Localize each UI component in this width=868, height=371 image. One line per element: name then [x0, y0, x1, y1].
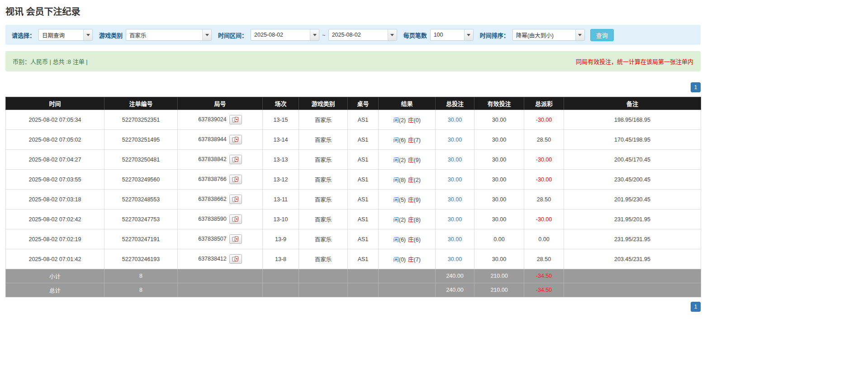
valid-bet-notice: 同局有效投注，统一计算在该局第一张注单内 — [576, 57, 693, 66]
cell-note: 198.95/168.95 — [564, 110, 701, 130]
cell-bet-id: 522703249560 — [104, 170, 178, 190]
cell-session: 13-9 — [263, 229, 299, 249]
cell-round-id: 637838507 — [178, 229, 263, 249]
result-player-count: (6) — [399, 137, 406, 143]
cell-round-id: 637838766 — [178, 170, 263, 190]
date-from-combo[interactable]: 2025-08-02 — [251, 29, 319, 41]
playing-cards-icon — [232, 117, 239, 123]
header-time: 时间 — [6, 97, 104, 110]
view-cards-button[interactable] — [229, 155, 242, 164]
game-type-label: 游戏类别 — [99, 31, 123, 39]
cell-round-id: 637838412 — [178, 249, 263, 269]
total-bet-link[interactable]: 30.00 — [448, 236, 462, 243]
result-banker-count: (9) — [414, 197, 421, 203]
header-session: 场次 — [263, 97, 299, 110]
cell-time: 2025-08-02 07:05:34 — [6, 110, 104, 130]
cell-bet-id: 522703246193 — [104, 249, 178, 269]
grand-total-payout: -34.50 — [524, 283, 564, 297]
cell-bet-id: 522703252351 — [104, 110, 178, 130]
grand-total-count: 8 — [104, 283, 178, 297]
result-banker-label: 庄 — [408, 157, 414, 163]
cell-result: 闲(8)庄(2) — [379, 170, 436, 190]
cell-time: 2025-08-02 07:03:55 — [6, 170, 104, 190]
round-id-text: 637838766 — [198, 176, 227, 182]
total-bet-link[interactable]: 30.00 — [448, 157, 462, 163]
result-banker-count: (8) — [414, 217, 421, 223]
table-row: 2025-08-02 07:02:19 522703247191 6378385… — [6, 229, 701, 249]
cell-valid-bet: 30.00 — [474, 170, 524, 190]
total-bet-link[interactable]: 30.00 — [448, 176, 462, 183]
currency-total-text: 币别：人民币 | 总共 :8 注单 | — [13, 57, 88, 66]
view-cards-button[interactable] — [229, 115, 242, 124]
chevron-down-icon[interactable] — [388, 29, 397, 40]
header-game-type: 游戏类别 — [299, 97, 348, 110]
chevron-down-icon[interactable] — [83, 29, 92, 40]
game-type-combo[interactable]: 百家乐 — [126, 29, 212, 41]
cell-session: 13-12 — [263, 170, 299, 190]
result-banker-count: (7) — [414, 137, 421, 143]
subtotal-count: 8 — [104, 269, 178, 283]
cell-result: 闲(2)庄(0) — [379, 110, 436, 130]
cell-total-bet: 30.00 — [436, 150, 474, 170]
search-button[interactable]: 查询 — [590, 29, 614, 41]
cell-round-id: 637838944 — [178, 130, 263, 150]
total-bet-link[interactable]: 30.00 — [448, 117, 462, 123]
cell-round-id: 637838842 — [178, 150, 263, 170]
cell-payout: -30.00 — [524, 170, 564, 190]
view-cards-button[interactable] — [229, 135, 242, 144]
header-total-bet: 总投注 — [436, 97, 474, 110]
table-row: 2025-08-02 07:05:34 522703252351 6378390… — [6, 110, 701, 130]
chevron-down-icon[interactable] — [464, 29, 473, 40]
table-row: 2025-08-02 07:03:55 522703249560 6378387… — [6, 170, 701, 190]
result-player-count: (2) — [399, 217, 406, 223]
page-1-button[interactable]: 1 — [691, 302, 701, 312]
cell-game-type: 百家乐 — [299, 249, 348, 269]
total-bet-link[interactable]: 30.00 — [448, 256, 462, 262]
time-sort-combo[interactable]: 降幂(由大到小) — [512, 29, 585, 41]
result-banker-count: (9) — [414, 157, 421, 163]
header-table-no: 桌号 — [348, 97, 379, 110]
total-bet-link[interactable]: 30.00 — [448, 216, 462, 223]
cell-result: 闲(2)庄(8) — [379, 209, 436, 229]
result-player-count: (0) — [399, 257, 406, 263]
page-title: 视讯 会员下注纪录 — [5, 5, 701, 18]
result-banker-count: (2) — [414, 177, 421, 183]
cell-time: 2025-08-02 07:05:02 — [6, 130, 104, 150]
chevron-down-icon[interactable] — [575, 29, 584, 40]
grand-total-valid-bet: 210.00 — [474, 283, 524, 297]
cell-time: 2025-08-02 07:03:18 — [6, 190, 104, 209]
view-cards-button[interactable] — [229, 214, 242, 224]
cell-table-no: AS1 — [348, 190, 379, 209]
cell-session: 13-8 — [263, 249, 299, 269]
cell-result: 闲(6)庄(7) — [379, 130, 436, 150]
cell-table-no: AS1 — [348, 110, 379, 130]
cell-valid-bet: 0.00 — [474, 229, 524, 249]
result-banker-label: 庄 — [408, 137, 414, 143]
page-size-combo[interactable]: 100 — [430, 29, 474, 41]
chevron-down-icon[interactable] — [202, 29, 211, 40]
table-row: 2025-08-02 07:02:42 522703247753 6378385… — [6, 209, 701, 229]
result-player-label: 闲 — [393, 117, 399, 124]
playing-cards-icon — [232, 216, 239, 222]
result-player-label: 闲 — [393, 197, 399, 203]
cell-note: 230.45/200.45 — [564, 170, 701, 190]
filter-bar: 请选择： 日期查询 游戏类别 百家乐 时间区间： 2025-08-02 ~ 20… — [5, 25, 701, 45]
chevron-down-icon[interactable] — [310, 29, 319, 40]
total-bet-link[interactable]: 30.00 — [448, 196, 462, 203]
page-1-button[interactable]: 1 — [691, 82, 701, 92]
cell-result: 闲(5)庄(9) — [379, 190, 436, 209]
view-cards-button[interactable] — [229, 175, 242, 184]
view-cards-button[interactable] — [229, 254, 242, 264]
view-cards-button[interactable] — [229, 234, 242, 244]
view-cards-button[interactable] — [229, 195, 242, 204]
total-bet-link[interactable]: 30.00 — [448, 137, 462, 143]
bet-records-table: 时间 注单编号 局号 场次 游戏类别 桌号 结果 总投注 有效投注 总派彩 备注… — [5, 97, 701, 297]
grand-total-label: 总计 — [6, 283, 104, 297]
query-type-combo[interactable]: 日期查询 — [38, 29, 93, 41]
date-to-combo[interactable]: 2025-08-02 — [328, 29, 397, 41]
table-row: 2025-08-02 07:01:42 522703246193 6378384… — [6, 249, 701, 269]
header-round-id: 局号 — [178, 97, 263, 110]
grand-total-total-bet: 240.00 — [436, 283, 474, 297]
range-separator: ~ — [322, 32, 326, 38]
cell-round-id: 637839024 — [178, 110, 263, 130]
